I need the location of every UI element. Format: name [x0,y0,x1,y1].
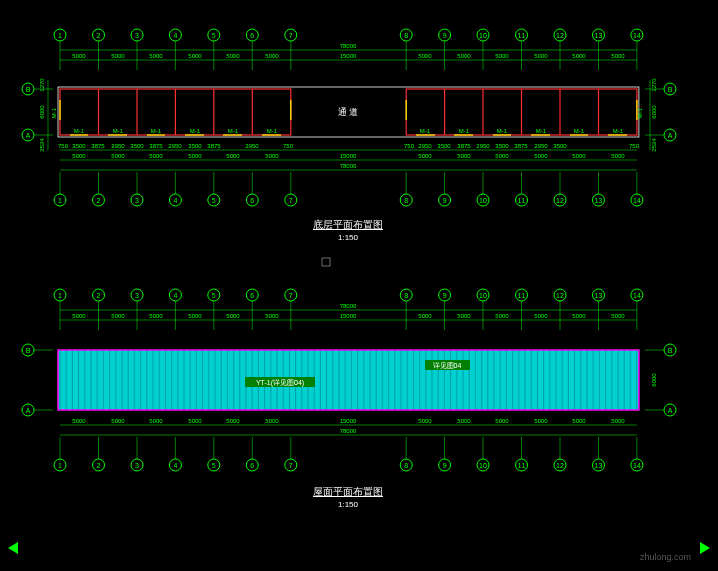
svg-text:3500: 3500 [437,143,451,149]
svg-text:YT-1(详见图04): YT-1(详见图04) [256,379,304,387]
svg-text:6: 6 [250,292,254,299]
svg-text:3500: 3500 [188,143,202,149]
svg-text:78000: 78000 [340,303,357,309]
svg-text:5000: 5000 [265,53,279,59]
svg-text:6: 6 [250,197,254,204]
svg-text:5000: 5000 [149,153,163,159]
svg-text:B: B [26,347,31,354]
svg-text:5000: 5000 [72,153,86,159]
svg-text:2950: 2950 [476,143,490,149]
svg-text:3875: 3875 [514,143,528,149]
svg-text:5000: 5000 [457,153,471,159]
svg-text:4: 4 [173,32,177,39]
svg-text:3: 3 [135,32,139,39]
svg-text:3500: 3500 [72,143,86,149]
svg-text:4: 4 [173,197,177,204]
svg-text:12: 12 [556,462,564,469]
svg-text:M-1: M-1 [613,128,624,134]
svg-text:6000: 6000 [651,373,657,387]
svg-text:M-1: M-1 [637,107,643,118]
svg-text:5000: 5000 [226,53,240,59]
right-rooms: M-1 [406,89,643,135]
svg-text:5000: 5000 [226,418,240,424]
svg-text:11: 11 [518,462,526,469]
svg-text:15000: 15000 [340,153,357,159]
grid-bubbles-bottom: 1 2 3 4 5 6 7 8 9 10 11 12 13 14 [54,172,643,206]
svg-text:M-1: M-1 [497,128,508,134]
svg-text:M-1: M-1 [51,107,57,118]
arrow-right-icon[interactable] [700,542,710,554]
plan2-scale: 1:150 [338,500,359,509]
svg-text:10: 10 [479,292,487,299]
bottom-inner-dims: 750 3500 3875 2950 3500 3875 2950 3500 3… [58,143,640,149]
svg-text:5000: 5000 [457,418,471,424]
svg-text:13: 13 [595,32,603,39]
svg-text:B: B [668,86,673,93]
svg-text:14: 14 [633,197,641,204]
svg-text:2: 2 [97,462,101,469]
svg-text:8: 8 [404,197,408,204]
svg-text:5000: 5000 [149,313,163,319]
svg-text:M-1: M-1 [228,128,239,134]
svg-text:5000: 5000 [495,153,509,159]
svg-text:11: 11 [518,32,526,39]
svg-text:3875: 3875 [457,143,471,149]
svg-text:750: 750 [404,143,415,149]
svg-text:3: 3 [135,462,139,469]
svg-text:2950: 2950 [418,143,432,149]
svg-text:5000: 5000 [226,153,240,159]
svg-text:6: 6 [250,462,254,469]
passage-label: 通 道 [338,107,359,117]
svg-text:M-1: M-1 [420,128,431,134]
svg-text:5000: 5000 [534,53,548,59]
svg-text:M-1: M-1 [74,128,85,134]
svg-text:M-1: M-1 [459,128,470,134]
svg-text:5000: 5000 [611,53,625,59]
plan-roof: 1 2 3 4 5 6 7 8 9 10 11 12 13 14 78000 5… [22,289,676,509]
svg-text:5000: 5000 [418,153,432,159]
svg-text:5000: 5000 [457,313,471,319]
svg-text:4: 4 [173,462,177,469]
svg-text:14: 14 [633,32,641,39]
grid-bubbles-top: 1 2 3 4 5 6 7 8 9 10 11 12 13 14 [54,29,643,70]
svg-text:78000: 78000 [340,428,357,434]
svg-text:1270: 1270 [651,78,657,92]
svg-text:12: 12 [556,292,564,299]
svg-text:A: A [668,132,673,139]
plan1-scale: 1:150 [338,233,359,242]
svg-text:15000: 15000 [340,418,357,424]
marker-icon [322,258,330,266]
svg-text:5000: 5000 [457,53,471,59]
svg-text:2524: 2524 [651,138,657,152]
svg-text:5000: 5000 [418,313,432,319]
svg-text:3875: 3875 [207,143,221,149]
svg-text:5000: 5000 [572,418,586,424]
plan1-title: 底层平面布置图 [313,219,383,230]
svg-text:3: 3 [135,292,139,299]
svg-text:B: B [668,347,673,354]
svg-text:14: 14 [633,292,641,299]
svg-text:5000: 5000 [611,418,625,424]
arrow-left-icon[interactable] [8,542,18,554]
svg-text:详见图04: 详见图04 [433,362,462,369]
svg-text:5000: 5000 [265,418,279,424]
svg-text:9: 9 [443,462,447,469]
svg-text:11: 11 [518,197,526,204]
svg-text:1: 1 [58,462,62,469]
svg-text:750: 750 [629,143,640,149]
svg-text:2950: 2950 [168,143,182,149]
svg-text:5000: 5000 [188,418,202,424]
svg-text:3500: 3500 [553,143,567,149]
svg-text:5: 5 [212,32,216,39]
svg-text:2950: 2950 [245,143,259,149]
svg-text:1: 1 [58,197,62,204]
svg-text:5: 5 [212,462,216,469]
svg-text:5000: 5000 [265,153,279,159]
svg-text:78000: 78000 [340,43,357,49]
door-marks: M-1 M-1 M-1 M-1 M-1 M-1 M-1 M-1 M-1 M-1 … [70,128,627,135]
svg-text:3875: 3875 [149,143,163,149]
svg-text:5000: 5000 [188,153,202,159]
watermark: zhulong.com [640,552,691,562]
svg-text:B: B [26,86,31,93]
svg-text:5000: 5000 [611,313,625,319]
